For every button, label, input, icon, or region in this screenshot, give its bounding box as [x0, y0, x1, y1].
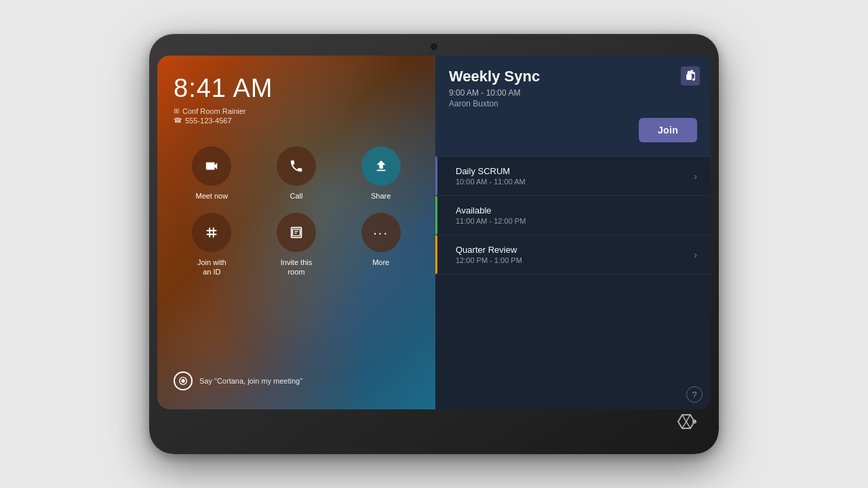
phone-icon: ☎ — [174, 117, 182, 124]
join-button[interactable]: Join — [639, 118, 697, 142]
featured-meeting-time: 9:00 AM - 10:00 AM — [449, 88, 697, 98]
room-name: Conf Room Rainier — [182, 107, 246, 115]
left-panel: 8:41 AM ⊞ Conf Room Rainier ☎ 555-123-45… — [157, 56, 435, 409]
room-icon: ⊞ — [174, 107, 179, 115]
poly-logo-svg — [675, 412, 700, 431]
featured-meeting: Weekly Sync 9:00 AM - 10:00 AM Aaron Bux… — [435, 56, 711, 157]
quarter-review-time: 12:00 PM - 1:00 PM — [456, 256, 694, 264]
join-id-icon-circle — [192, 213, 231, 252]
time-display: 8:41 AM ⊞ Conf Room Rainier ☎ 555-123-45… — [174, 75, 419, 126]
help-button[interactable]: ? — [686, 386, 703, 403]
svg-rect-5 — [686, 74, 692, 80]
share-icon-circle — [361, 146, 401, 186]
cortana-icon — [174, 371, 193, 390]
share-icon — [374, 159, 389, 174]
join-id-label: Join withan ID — [197, 258, 226, 277]
featured-meeting-title: Weekly Sync — [449, 68, 697, 85]
accent-blue — [435, 157, 437, 195]
camera — [429, 42, 439, 52]
time: 8:41 AM — [174, 75, 419, 103]
daily-scrum-title: Daily SCRUM — [456, 166, 694, 176]
call-label: Call — [290, 191, 303, 201]
screen: 8:41 AM ⊞ Conf Room Rainier ☎ 555-123-45… — [157, 56, 711, 409]
join-id-button[interactable]: Join withan ID — [174, 213, 250, 277]
room-icon-btn — [289, 225, 304, 240]
svg-point-7 — [692, 420, 696, 424]
svg-point-6 — [688, 71, 691, 75]
cortana-circle-icon — [178, 375, 189, 386]
quarter-review-chevron: › — [694, 249, 697, 260]
share-label: Share — [371, 191, 391, 201]
meet-now-icon-circle — [192, 146, 231, 186]
room-info: ⊞ Conf Room Rainier ☎ 555-123-4567 — [174, 107, 419, 125]
schedule-item-daily-scrum[interactable]: Daily SCRUM 10:00 AM - 11:00 AM › — [435, 157, 711, 196]
invite-room-button[interactable]: Invite thisroom — [258, 213, 335, 277]
phone-number: 555-123-4567 — [185, 117, 232, 125]
svg-point-4 — [690, 70, 693, 73]
invite-room-label: Invite thisroom — [281, 258, 312, 277]
teams-logo — [681, 66, 700, 85]
cortana-bar: Say "Cortana, join my meeting" — [174, 371, 419, 390]
featured-meeting-organizer: Aaron Buxton — [449, 99, 697, 108]
right-panel: Weekly Sync 9:00 AM - 10:00 AM Aaron Bux… — [435, 56, 711, 409]
daily-scrum-time: 10:00 AM - 11:00 AM — [456, 178, 694, 186]
cortana-prompt: Say "Cortana, join my meeting" — [199, 377, 302, 385]
invite-room-icon-circle — [277, 213, 316, 252]
quarter-review-content: Quarter Review 12:00 PM - 1:00 PM — [449, 245, 694, 264]
meet-now-button[interactable]: Meet now — [174, 146, 250, 201]
daily-scrum-content: Daily SCRUM 10:00 AM - 11:00 AM — [449, 166, 694, 186]
poly-logo — [675, 412, 700, 435]
schedule-list: Daily SCRUM 10:00 AM - 11:00 AM › Availa… — [435, 157, 711, 409]
help-label: ? — [692, 390, 696, 400]
action-buttons: Meet now Call — [174, 146, 419, 277]
more-button[interactable]: ··· More — [342, 213, 419, 277]
hash-icon — [204, 225, 219, 240]
daily-scrum-chevron: › — [694, 171, 697, 182]
quarter-review-title: Quarter Review — [456, 245, 694, 255]
more-label: More — [372, 258, 389, 267]
available-content: Available 11:00 AM - 12:00 PM — [449, 205, 697, 225]
call-button[interactable]: Call — [258, 146, 335, 201]
available-time: 11:00 AM - 12:00 PM — [456, 217, 697, 225]
more-dots-icon: ··· — [373, 225, 389, 241]
teams-icon — [681, 66, 700, 89]
share-button[interactable]: Share — [342, 146, 419, 201]
accent-green — [435, 196, 437, 235]
more-icon-circle: ··· — [361, 213, 401, 252]
accent-orange — [435, 235, 437, 274]
call-icon — [289, 159, 304, 174]
svg-point-2 — [182, 380, 184, 382]
video-icon — [204, 159, 219, 174]
device: 8:41 AM ⊞ Conf Room Rainier ☎ 555-123-45… — [149, 34, 719, 454]
schedule-item-quarter-review[interactable]: Quarter Review 12:00 PM - 1:00 PM › — [435, 235, 711, 274]
call-icon-circle — [277, 146, 316, 186]
schedule-item-available[interactable]: Available 11:00 AM - 12:00 PM — [435, 196, 711, 235]
meet-now-label: Meet now — [195, 191, 228, 201]
device-bottom — [157, 409, 711, 435]
available-title: Available — [456, 205, 697, 216]
